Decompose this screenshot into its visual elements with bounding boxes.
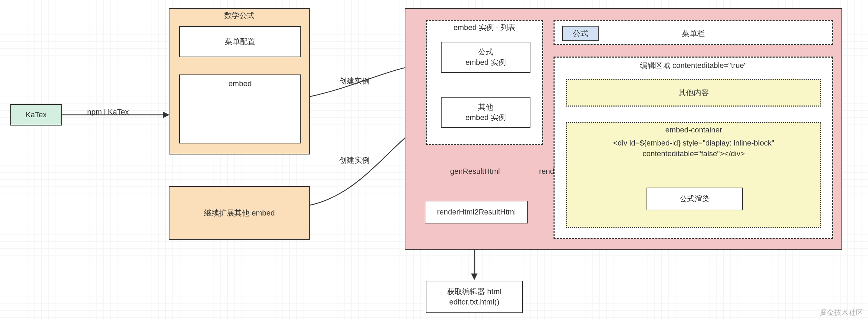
create-instance-label-2: 创建实例 bbox=[339, 155, 370, 166]
editor-output-node: 获取编辑器 html editor.txt.html() bbox=[426, 281, 523, 313]
watermark: 掘金技术社区 bbox=[820, 308, 863, 317]
other-embed-instance: 其他 embed 实例 bbox=[441, 97, 530, 128]
embed-container-title: embed-container bbox=[567, 126, 820, 134]
menubar-region: 公式 菜单栏 bbox=[554, 20, 833, 45]
other-content-label: 其他内容 bbox=[679, 88, 709, 98]
embed-instance-list: embed 实例 - 列表 公式 embed 实例 其他 embed 实例 bbox=[426, 20, 543, 145]
embed-instance-list-title: embed 实例 - 列表 bbox=[427, 22, 542, 33]
menubar-label: 菜单栏 bbox=[555, 29, 832, 39]
render-html-2-result-html-label: renderHtml2ResultHtml bbox=[437, 207, 516, 217]
math-formula-title: 数学公式 bbox=[169, 10, 309, 21]
extend-embed-node: 继续扩展其他 embed bbox=[169, 186, 310, 240]
formula-embed-instance: 公式 embed 实例 bbox=[441, 42, 530, 73]
editor-output-label: 获取编辑器 html editor.txt.html() bbox=[447, 287, 502, 307]
editor-runtime-container: embed 实例 - 列表 公式 embed 实例 其他 embed 实例 ge… bbox=[405, 8, 842, 250]
formula-embed-instance-label: 公式 embed 实例 bbox=[465, 47, 506, 67]
embed-container-region: embed-container <div id=${embed-id} styl… bbox=[566, 122, 821, 228]
embed-container-code: <div id=${embed-id} style="diaplay: inli… bbox=[567, 138, 820, 159]
katex-node: KaTex bbox=[10, 104, 62, 126]
gen-result-html-label: genResultHtml bbox=[420, 167, 530, 176]
formula-render-node: 公式渲染 bbox=[647, 188, 743, 210]
menu-config-label: 菜单配置 bbox=[225, 37, 255, 47]
embed-label: embed bbox=[228, 79, 251, 89]
editor-area-title: 编辑区域 contenteditable="true" bbox=[555, 60, 832, 71]
create-instance-label-1: 创建实例 bbox=[339, 76, 370, 86]
formula-render-label: 公式渲染 bbox=[680, 194, 710, 204]
embed-node: embed bbox=[179, 74, 301, 143]
math-formula-container: 数学公式 菜单配置 embed bbox=[169, 8, 310, 154]
render-html-2-result-html-node: renderHtml2ResultHtml bbox=[425, 201, 528, 223]
other-embed-instance-label: 其他 embed 实例 bbox=[465, 102, 506, 122]
menu-config-node: 菜单配置 bbox=[179, 26, 301, 57]
editor-area[interactable]: 编辑区域 contenteditable="true" 其他内容 embed-c… bbox=[554, 57, 833, 239]
katex-label: KaTex bbox=[25, 110, 46, 120]
other-content-region: 其他内容 bbox=[566, 79, 821, 107]
npm-edge-label: npm i KaTex bbox=[87, 108, 129, 117]
extend-embed-label: 继续扩展其他 embed bbox=[204, 208, 275, 218]
